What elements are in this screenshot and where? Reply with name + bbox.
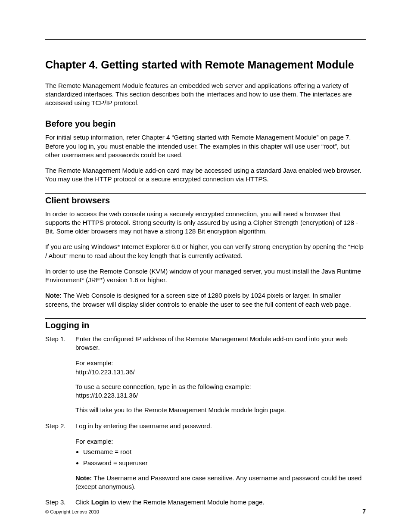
step-2: Step 2. Log in by entering the username …	[45, 422, 366, 498]
body-paragraph: In order to use the Remote Console (KVM)…	[45, 267, 366, 285]
note-body: The Web Console is designed for a screen…	[45, 292, 351, 308]
section-heading-before-you-begin: Before you begin	[45, 119, 366, 129]
top-horizontal-rule	[45, 39, 366, 40]
list-item: Password = superuser	[83, 459, 366, 467]
example-url: https://10.223.131.36/	[75, 391, 366, 400]
section-rule	[45, 193, 366, 194]
chapter-title: Chapter 4. Getting started with Remote M…	[45, 58, 366, 72]
step-text: Enter the configured IP address of the R…	[75, 335, 366, 352]
step-text: Click Login to view the Remote Managemen…	[75, 498, 366, 507]
body-paragraph: In order to access the web console using…	[45, 210, 366, 236]
note-label: Note:	[45, 292, 62, 299]
example-url: http://10.223.131.36/	[75, 368, 366, 376]
step-1: Step 1. Enter the configured IP address …	[45, 335, 366, 421]
credentials-list: Username = root Password = superuser	[75, 448, 366, 468]
login-bold: Login	[91, 498, 109, 506]
steps-list: Step 1. Enter the configured IP address …	[45, 335, 366, 513]
chapter-intro: The Remote Management Module features an…	[45, 81, 366, 108]
step-label: Step 2.	[45, 422, 75, 498]
step-text: To use a secure connection, type in as t…	[75, 383, 366, 391]
copyright-text: © Copyright Lenovo 2010	[45, 509, 99, 514]
step-text: For example:	[75, 437, 366, 446]
body-paragraph: The Remote Management Module add-on card…	[45, 166, 366, 184]
section-heading-client-browsers: Client browsers	[45, 196, 366, 205]
step-label: Step 1.	[45, 335, 75, 421]
section-rule	[45, 117, 366, 117]
section-rule	[45, 318, 366, 319]
page-footer: © Copyright Lenovo 2010 7	[45, 508, 366, 515]
step-body: Enter the configured IP address of the R…	[75, 335, 366, 421]
step-text: For example:	[75, 359, 366, 367]
note-label: Note:	[75, 474, 92, 482]
document-page: Chapter 4. Getting started with Remote M…	[0, 0, 411, 532]
note-paragraph: Note: The Username and Password are case…	[75, 474, 366, 492]
step-text: This will take you to the Remote Managem…	[75, 406, 366, 414]
step-body: Log in by entering the username and pass…	[75, 422, 366, 498]
section-heading-logging-in: Logging in	[45, 320, 366, 330]
page-number: 7	[362, 508, 366, 515]
list-item: Username = root	[83, 448, 366, 456]
body-paragraph: For initial setup information, refer Cha…	[45, 133, 366, 159]
step-text: Log in by entering the username and pass…	[75, 422, 366, 430]
note-body: The Username and Password are case sensi…	[75, 474, 361, 490]
body-paragraph: If you are using Windows* Internet Explo…	[45, 243, 366, 260]
note-paragraph: Note: The Web Console is designed for a …	[45, 291, 366, 309]
